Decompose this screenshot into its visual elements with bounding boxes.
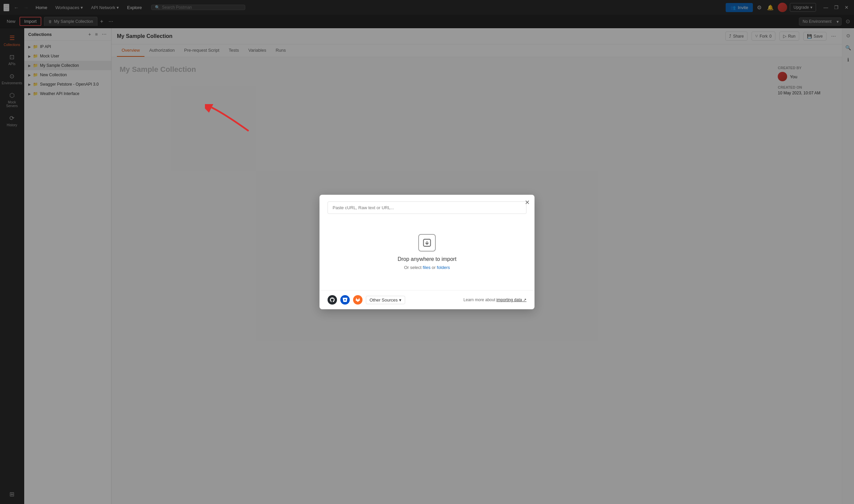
arrow-annotation: [205, 104, 252, 139]
modal-backdrop[interactable]: ✕ Drop anywhere to import Or select file…: [0, 0, 854, 504]
modal-close-button[interactable]: ✕: [525, 199, 530, 206]
other-sources-chevron-icon: ▾: [399, 298, 402, 303]
files-link[interactable]: files: [423, 265, 430, 270]
other-sources-label: Other Sources: [370, 298, 398, 303]
drop-icon: [418, 234, 436, 252]
other-sources-dropdown[interactable]: Other Sources ▾: [366, 296, 405, 304]
drop-subtitle: Or select files or folders: [404, 265, 450, 270]
learn-more: Learn more about importing data ↗: [464, 298, 527, 302]
folders-link[interactable]: folders: [437, 265, 450, 270]
import-modal: ✕ Drop anywhere to import Or select file…: [320, 195, 534, 309]
modal-body: Drop anywhere to import Or select files …: [320, 195, 534, 290]
import-input[interactable]: [327, 201, 527, 214]
bitbucket-source-button[interactable]: [340, 295, 350, 305]
github-source-button[interactable]: [327, 295, 337, 305]
external-link-icon: ↗: [523, 298, 527, 302]
drop-title: Drop anywhere to import: [397, 256, 456, 262]
importing-data-link[interactable]: importing data ↗: [497, 298, 527, 302]
modal-footer: Other Sources ▾ Learn more about importi…: [320, 290, 534, 309]
drop-area: Drop anywhere to import Or select files …: [327, 221, 527, 283]
gitlab-source-button[interactable]: [353, 295, 362, 305]
